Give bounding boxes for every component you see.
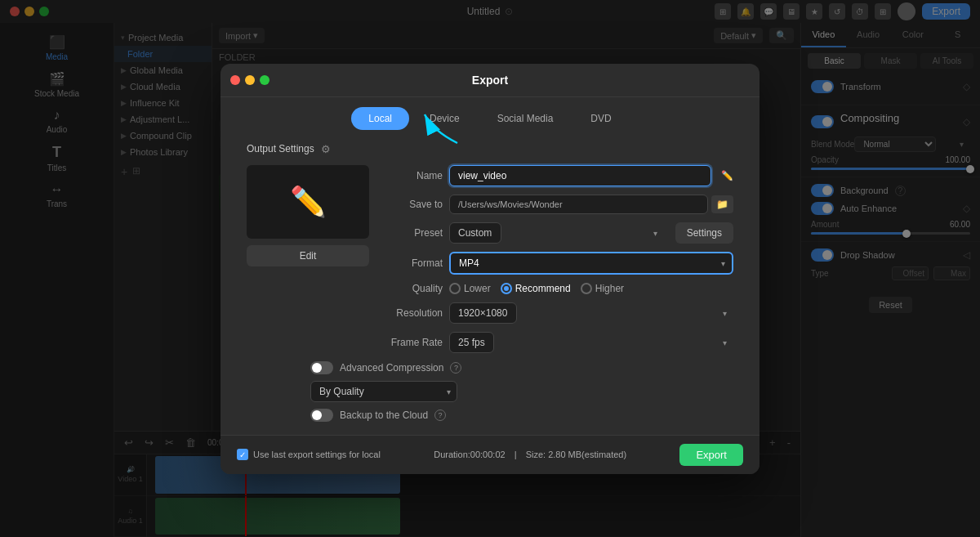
output-settings-label: Output Settings <box>247 143 314 154</box>
advanced-label: Advanced Compression <box>340 362 443 374</box>
frame-rate-label: Frame Rate <box>385 337 443 348</box>
format-row: Format MP4 MOV AVI <box>385 252 733 275</box>
name-label: Name <box>385 170 443 181</box>
save-to-path: /Users/ws/Movies/Wonder 📁 <box>449 195 733 214</box>
quality-label: Quality <box>385 283 443 294</box>
modal-fields: Name ✏️ Save to /Users/ws/Movies/Wonder … <box>385 165 733 361</box>
settings-button[interactable]: Settings <box>675 222 733 244</box>
tab-dvd[interactable]: DVD <box>573 107 628 130</box>
preset-row: Preset Custom Settings <box>385 222 733 244</box>
by-quality-select-wrapper: By Quality <box>310 381 457 402</box>
modal-max-btn[interactable] <box>260 75 270 85</box>
path-text: /Users/ws/Movies/Wonder <box>449 195 708 214</box>
radio-higher[interactable] <box>581 283 592 294</box>
backup-toggle[interactable] <box>310 409 333 422</box>
preview-box: ✏️ <box>247 165 369 239</box>
modal-overlay: Export Local Device Social Media DVD Out… <box>0 0 980 537</box>
modal-title: Export <box>472 74 508 87</box>
export-modal-button[interactable]: Export <box>679 444 743 466</box>
quality-lower[interactable]: Lower <box>449 283 491 294</box>
save-to-row: Save to /Users/ws/Movies/Wonder 📁 <box>385 195 733 214</box>
tab-social-media[interactable]: Social Media <box>480 107 571 130</box>
output-settings-row: Output Settings ⚙ <box>247 143 733 155</box>
modal-close-btn[interactable] <box>230 75 240 85</box>
footer-info: Duration:00:00:02 | Size: 2.80 MB(estima… <box>434 450 626 459</box>
quality-row: Quality Lower Recommend <box>385 283 733 294</box>
name-input[interactable] <box>449 165 711 186</box>
edit-button[interactable]: Edit <box>247 245 369 266</box>
resolution-row: Resolution 1920×1080 1280×720 3840×2160 <box>385 302 733 324</box>
preset-select-wrapper: Custom <box>449 222 664 244</box>
duration-info: Duration:00:00:02 <box>434 450 505 459</box>
tab-local[interactable]: Local <box>351 107 409 130</box>
radio-lower[interactable] <box>449 283 461 294</box>
quality-recommend[interactable]: Recommend <box>501 283 571 294</box>
quality-higher[interactable]: Higher <box>581 283 624 294</box>
format-select[interactable]: MP4 MOV AVI <box>451 253 732 273</box>
tab-device[interactable]: Device <box>412 107 477 130</box>
frame-rate-row: Frame Rate 25 fps 30 fps 60 fps <box>385 332 733 353</box>
radio-recommend[interactable] <box>501 283 512 294</box>
format-select-wrapper: MP4 MOV AVI <box>449 252 733 275</box>
size-info: Size: 2.80 MB(estimated) <box>526 450 627 459</box>
name-edit-icon[interactable]: ✏️ <box>721 170 733 181</box>
name-field-row: Name ✏️ <box>385 165 733 186</box>
modal-preview: ✏️ Edit <box>247 165 369 361</box>
by-quality-wrapper: By Quality <box>247 381 733 402</box>
modal-content-row: ✏️ Edit Name ✏️ Save to <box>247 165 733 361</box>
advanced-help-icon[interactable]: ? <box>450 362 461 374</box>
preset-label: Preset <box>385 227 443 239</box>
format-label: Format <box>385 257 443 269</box>
modal-footer: ✓ Use last export settings for local Dur… <box>220 435 760 474</box>
preset-select[interactable]: Custom <box>449 222 501 244</box>
output-settings-icon: ⚙ <box>321 143 331 155</box>
backup-help-icon[interactable]: ? <box>434 409 446 421</box>
backup-label: Backup to the Cloud <box>340 409 428 421</box>
backup-row: Backup to the Cloud ? <box>247 409 733 422</box>
resolution-label: Resolution <box>385 307 443 319</box>
preview-icon: ✏️ <box>290 185 327 219</box>
quality-options: Lower Recommend Higher <box>449 283 624 294</box>
frame-rate-select-wrapper: 25 fps 30 fps 60 fps <box>449 332 733 353</box>
save-to-label: Save to <box>385 199 443 210</box>
export-modal: Export Local Device Social Media DVD Out… <box>220 64 760 474</box>
by-quality-select[interactable]: By Quality <box>310 381 457 402</box>
advanced-compression-row: Advanced Compression ? <box>247 361 733 374</box>
modal-min-btn[interactable] <box>245 75 255 85</box>
modal-tabs: Local Device Social Media DVD <box>220 97 760 130</box>
last-settings-checkbox[interactable]: ✓ <box>237 449 248 460</box>
footer-checkbox-row: ✓ Use last export settings for local <box>237 449 381 460</box>
resolution-select[interactable]: 1920×1080 1280×720 3840×2160 <box>449 302 517 324</box>
frame-rate-select[interactable]: 25 fps 30 fps 60 fps <box>449 332 494 353</box>
resolution-select-wrapper: 1920×1080 1280×720 3840×2160 <box>449 302 733 324</box>
advanced-toggle[interactable] <box>310 361 333 374</box>
browse-folder-btn[interactable]: 📁 <box>711 195 733 213</box>
modal-body: Output Settings ⚙ ✏️ Edit Name <box>220 130 760 435</box>
modal-header: Export <box>220 64 760 97</box>
modal-window-controls[interactable] <box>230 75 270 85</box>
footer-checkbox-label: Use last export settings for local <box>253 450 381 459</box>
